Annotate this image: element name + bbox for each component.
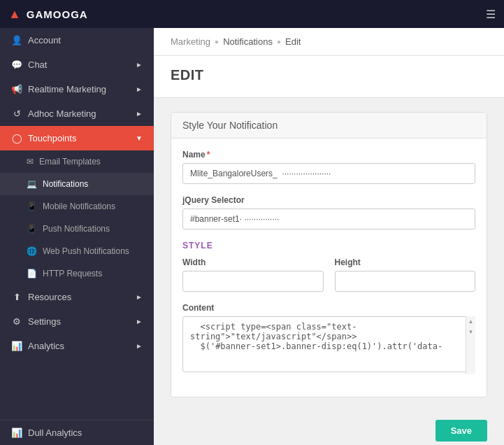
sidebar-label-email-templates: Email Templates — [39, 157, 101, 167]
http-icon: 📄 — [27, 269, 37, 278]
save-bar: Save — [154, 411, 504, 445]
sidebar-item-realtime[interactable]: 📢 Realtime Marketing ► — [0, 77, 154, 101]
sidebar-item-account[interactable]: 👤 Account — [0, 28, 154, 52]
width-col: Width — [182, 257, 324, 292]
content-area: Marketing ● Notifications ● Edit EDIT St… — [154, 28, 504, 445]
sidebar-label-touchpoints: Touchpoints — [28, 133, 76, 143]
required-marker: * — [207, 150, 210, 160]
sidebar-item-analytics[interactable]: 📊 Analytics ► — [0, 334, 154, 358]
sidebar-item-settings[interactable]: ⚙ Settings ► — [0, 309, 154, 334]
page-title: EDIT — [171, 67, 487, 83]
analytics-icon: 📊 — [11, 341, 22, 351]
name-input[interactable] — [182, 163, 475, 184]
sidebar-label-notifications: Notifications — [43, 179, 88, 189]
logo-area: ▲ GAMOOGA — [8, 7, 88, 22]
jquery-label: jQuery Selector — [182, 195, 475, 205]
dull-analytics-icon: 📊 — [11, 428, 22, 438]
form-body: Name* jQuery Selector STYLE — [171, 139, 487, 397]
width-input[interactable] — [182, 271, 324, 292]
sidebar-item-dull-analytics[interactable]: 📊 Dull Analytics — [0, 420, 154, 445]
push-icon: 📱 — [27, 224, 37, 234]
width-height-row: Width Height — [182, 257, 475, 292]
sidebar-item-touchpoints[interactable]: ◯ Touchpoints ▼ — [0, 126, 154, 150]
sidebar-item-mobile-notifications[interactable]: 📱 Mobile Notifications — [0, 195, 154, 218]
sidebar-item-http-requests[interactable]: 📄 HTTP Requests — [0, 262, 154, 285]
brand-name: GAMOOGA — [27, 8, 88, 20]
sidebar-item-resources[interactable]: ⬆ Resources ► — [0, 285, 154, 309]
sidebar-label-analytics: Analytics — [28, 341, 64, 351]
style-group: STYLE Width Height — [182, 241, 475, 292]
sidebar: 👤 Account 💬 Chat ► 📢 Realtime Marketing … — [0, 28, 154, 445]
chevron-right-icon: ► — [136, 318, 143, 325]
content-label: Content — [182, 303, 475, 313]
breadcrumb-sep-1: ● — [215, 38, 219, 45]
jquery-input[interactable] — [182, 209, 475, 229]
height-col: Height — [335, 257, 476, 292]
scroll-up-icon[interactable]: ▲ — [468, 318, 474, 325]
content-group: Content <script type=<span class="text-s… — [182, 303, 475, 374]
save-button[interactable]: Save — [435, 420, 487, 442]
form-container: Style Your Notification Name* jQuery Sel… — [154, 98, 504, 411]
chevron-right-icon: ► — [136, 85, 143, 93]
breadcrumb-marketing[interactable]: Marketing — [171, 36, 210, 47]
sidebar-label-adhoc: Adhoc Marketing — [28, 108, 96, 119]
scrollbar[interactable]: ▲ ▼ — [466, 316, 475, 374]
account-icon: 👤 — [11, 35, 22, 45]
notifications-icon: 💻 — [27, 179, 37, 189]
page-header: EDIT — [154, 56, 504, 98]
resources-icon: ⬆ — [11, 292, 22, 302]
height-label: Height — [335, 257, 476, 267]
logo-icon: ▲ — [8, 7, 21, 22]
chevron-right-icon: ► — [136, 110, 143, 118]
breadcrumb-notifications[interactable]: Notifications — [223, 36, 273, 47]
breadcrumb: Marketing ● Notifications ● Edit — [154, 28, 504, 56]
name-label: Name* — [182, 150, 475, 160]
web-push-icon: 🌐 — [27, 246, 37, 256]
hamburger-icon[interactable]: ☰ — [486, 8, 496, 21]
sidebar-label-http-requests: HTTP Requests — [43, 269, 102, 278]
sidebar-label-mobile-notifications: Mobile Notifications — [43, 202, 115, 211]
width-label: Width — [182, 257, 324, 267]
scroll-down-icon[interactable]: ▼ — [468, 328, 474, 336]
sidebar-item-email-templates[interactable]: ✉ Email Templates — [0, 150, 154, 173]
realtime-icon: 📢 — [11, 84, 22, 94]
style-label: STYLE — [182, 241, 475, 250]
sidebar-label-chat: Chat — [28, 59, 47, 70]
mobile-icon: 📱 — [27, 202, 37, 211]
content-wrap: <script type=<span class="text-string">"… — [182, 316, 475, 374]
sidebar-label-realtime: Realtime Marketing — [28, 84, 106, 94]
sidebar-label-web-push-notifications: Web Push Notifications — [43, 246, 129, 256]
name-group: Name* — [182, 150, 475, 184]
height-input[interactable] — [335, 271, 476, 292]
section-title: Style Your Notification — [182, 120, 278, 131]
chevron-down-icon: ▼ — [136, 134, 143, 142]
form-card-header: Style Your Notification — [171, 113, 487, 139]
sidebar-item-chat[interactable]: 💬 Chat ► — [0, 52, 154, 77]
topbar: ▲ GAMOOGA ☰ — [0, 0, 504, 28]
chevron-right-icon: ► — [136, 293, 143, 301]
sidebar-label-settings: Settings — [28, 316, 61, 327]
chevron-right-icon: ► — [136, 342, 143, 350]
adhoc-icon: ↺ — [11, 108, 22, 119]
sidebar-label-push-notifications: Push Notifications — [43, 224, 110, 234]
chevron-right-icon: ► — [136, 61, 143, 69]
sidebar-item-adhoc[interactable]: ↺ Adhoc Marketing ► — [0, 101, 154, 126]
jquery-group: jQuery Selector — [182, 195, 475, 229]
breadcrumb-edit: Edit — [285, 36, 301, 47]
sidebar-label-dull-analytics: Dull Analytics — [28, 428, 82, 438]
breadcrumb-sep-2: ● — [277, 38, 281, 45]
chat-icon: 💬 — [11, 59, 22, 70]
touchpoints-icon: ◯ — [11, 133, 22, 143]
sidebar-item-web-push-notifications[interactable]: 🌐 Web Push Notifications — [0, 240, 154, 262]
settings-icon: ⚙ — [11, 316, 22, 327]
sidebar-label-account: Account — [28, 35, 61, 45]
main-layout: 👤 Account 💬 Chat ► 📢 Realtime Marketing … — [0, 28, 504, 445]
email-icon: ✉ — [27, 157, 34, 167]
sidebar-item-notifications[interactable]: 💻 Notifications — [0, 173, 154, 195]
sidebar-item-push-notifications[interactable]: 📱 Push Notifications — [0, 218, 154, 240]
form-card: Style Your Notification Name* jQuery Sel… — [171, 112, 487, 397]
content-textarea[interactable]: <script type=<span class="text-string">"… — [182, 316, 475, 372]
sidebar-label-resources: Resources — [28, 292, 71, 302]
